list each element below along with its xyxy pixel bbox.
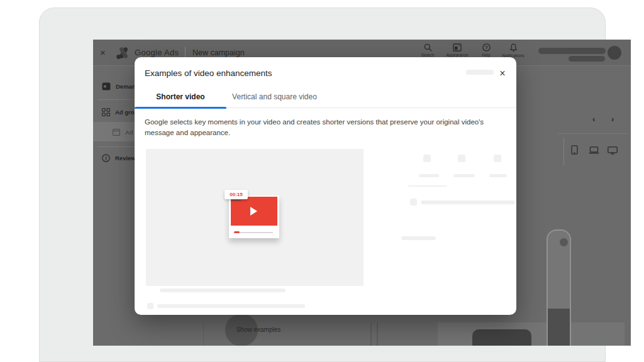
search-icon: [424, 43, 432, 52]
background-card-seam: [370, 322, 372, 346]
background-sidebar-seam: [203, 322, 204, 346]
brand-name: Google Ads: [135, 48, 179, 57]
phone-mockup-dark-edge: [548, 309, 570, 346]
help-label: Help: [472, 53, 501, 57]
ghost-icon: [494, 155, 501, 162]
redacted-account-bar-2: [569, 56, 605, 62]
monitor-icon: [608, 146, 618, 155]
video-controls: [231, 226, 277, 237]
phone-mockup-dark-image: [472, 329, 531, 346]
background-card-seam-2: [377, 322, 378, 346]
tab-vertical-square-video[interactable]: Vertical and square video: [229, 92, 320, 107]
laptop-icon: [589, 146, 599, 154]
appearance-button[interactable]: Appearance: [443, 43, 472, 57]
next-chevron-icon[interactable]: ›: [611, 114, 614, 124]
dialog-description: Google selects key moments in your video…: [145, 117, 492, 138]
ghost-label: [419, 174, 439, 177]
ghost-bar: [160, 288, 286, 292]
device-toggle-desktop[interactable]: [608, 146, 618, 155]
notifications-icon: [509, 43, 518, 52]
prev-chevron-icon[interactable]: ‹: [592, 114, 595, 124]
ghost-bar: [157, 304, 305, 308]
progress-track: [240, 232, 273, 233]
ghost-label: [489, 174, 507, 177]
progress-played: [234, 231, 240, 233]
tab-shorter-video[interactable]: Shorter video: [135, 92, 226, 107]
search-button[interactable]: Search: [413, 43, 442, 57]
ghost-icon: [423, 155, 431, 162]
video-preview-panel: 00:15: [146, 149, 364, 286]
background-card-edge: [558, 133, 628, 134]
avatar[interactable]: [608, 46, 621, 60]
appearance-label: Appearance: [443, 53, 472, 57]
sidebar-item-ad1[interactable]: Ad 1: [104, 124, 138, 140]
timestamp-caption-fragment: [231, 200, 241, 201]
ghost-label: [453, 174, 475, 177]
ghost-bar: [421, 200, 515, 204]
review-info-icon: [102, 154, 110, 162]
device-toggle-divider: [564, 138, 564, 166]
video-enhancements-dialog: Examples of video enhancements × Shorter…: [135, 57, 516, 315]
notifications-button[interactable]: Notifications: [499, 43, 528, 58]
ghost-icon: [147, 303, 153, 309]
ghost-bar: [466, 70, 494, 75]
laptop-frame: × Google Ads New campaign Se: [39, 8, 606, 362]
ad-group-icon: [102, 108, 110, 116]
ghost-icon: [410, 199, 417, 206]
phone-mockup-avatar: [560, 238, 568, 246]
google-ads-logo-icon: [116, 47, 131, 60]
active-tab-underline: [135, 107, 226, 109]
ghost-bar: [401, 236, 436, 240]
search-label: Search: [413, 53, 442, 57]
page-title: New campaign: [192, 48, 245, 57]
phone-icon: [571, 145, 578, 155]
help-icon: ?: [482, 43, 491, 52]
device-toggle-laptop[interactable]: [589, 146, 599, 154]
campaign-icon: [102, 82, 111, 90]
redacted-account-bar: [538, 48, 606, 54]
video-card: [229, 195, 279, 238]
ghost-underline: [408, 185, 447, 187]
device-toggle-phone[interactable]: [571, 145, 578, 155]
ghost-icon: [458, 155, 465, 162]
help-button[interactable]: ? Help: [472, 43, 501, 57]
close-campaign-icon[interactable]: ×: [100, 47, 106, 58]
screenshot-stage: × Google Ads New campaign Se: [0, 0, 644, 362]
svg-text:?: ?: [485, 45, 488, 50]
dialog-title: Examples of video enhancements: [145, 69, 272, 78]
appearance-icon: [453, 43, 462, 52]
dialog-close-icon[interactable]: ×: [496, 67, 509, 80]
show-examples-link[interactable]: Show examples: [218, 326, 299, 333]
play-icon[interactable]: [250, 207, 257, 216]
duration-badge: 00:15: [225, 190, 248, 199]
ad-icon: [113, 129, 120, 136]
